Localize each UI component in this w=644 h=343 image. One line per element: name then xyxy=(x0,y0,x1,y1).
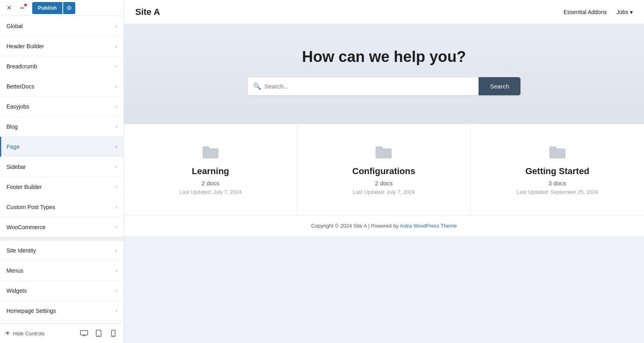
sidebar-item-label: Blog xyxy=(6,123,18,130)
sidebar-nav: Global › Header Builder › Breadcrumb › B… xyxy=(0,16,124,323)
sidebar-item-label: Breadcrumb xyxy=(6,63,37,70)
sidebar-item-header-builder[interactable]: Header Builder › xyxy=(0,36,124,56)
card-title: Learning xyxy=(192,166,229,177)
jobs-dropdown[interactable]: Jobs ▾ xyxy=(616,9,633,15)
sidebar: ✕ ✏ Publish ⚙ Global › Header Builder › … xyxy=(0,0,124,343)
tablet-icon xyxy=(96,330,101,337)
main-content: Site A Essential Addons Jobs ▾ How can w… xyxy=(124,0,644,343)
sidebar-item-homepage-settings[interactable]: Homepage Settings › xyxy=(0,301,124,321)
sidebar-item-page[interactable]: Page › xyxy=(0,137,124,157)
sidebar-item-label: Site Identity xyxy=(6,247,36,254)
view-buttons xyxy=(78,328,119,339)
sidebar-item-blog[interactable]: Blog › xyxy=(0,117,124,137)
essential-addons-link[interactable]: Essential Addons xyxy=(564,9,607,15)
chevron-right-icon: › xyxy=(116,144,117,150)
chevron-right-icon: › xyxy=(116,43,117,49)
search-input[interactable] xyxy=(264,77,473,95)
sidebar-item-menus[interactable]: Menus › xyxy=(0,261,124,281)
card-updated: Last Updated: September 25, 2024 xyxy=(516,189,598,195)
hide-controls-label: Hide Controls xyxy=(13,331,45,337)
page-footer: Copyright © 2024 Site A | Powered by Ast… xyxy=(124,215,644,236)
desktop-view-button[interactable] xyxy=(78,328,90,339)
card-title: Configurations xyxy=(352,166,415,177)
chevron-right-icon: › xyxy=(116,267,117,273)
card-docs: 2 docs xyxy=(202,180,219,187)
svg-rect-0 xyxy=(80,331,88,335)
desktop-icon xyxy=(80,330,88,337)
sidebar-item-label: Homepage Settings xyxy=(6,308,56,314)
sidebar-item-easyjobs[interactable]: Easyjobs › xyxy=(0,97,124,117)
chevron-right-icon: › xyxy=(116,224,117,230)
sidebar-item-label: BetterDocs xyxy=(6,83,34,90)
mobile-view-button[interactable] xyxy=(107,328,119,339)
sidebar-item-footer-builder[interactable]: Footer Builder › xyxy=(0,177,124,197)
sidebar-item-sidebar[interactable]: Sidebar › xyxy=(0,157,124,177)
chevron-right-icon: › xyxy=(116,164,117,170)
chevron-right-icon: › xyxy=(116,103,117,109)
close-button[interactable]: ✕ xyxy=(3,2,14,14)
sidebar-topbar: ✕ ✏ Publish ⚙ xyxy=(0,0,124,16)
chevron-right-icon: › xyxy=(116,63,117,69)
sidebar-item-label: Page xyxy=(6,144,20,150)
hide-controls-button[interactable]: 👁 Hide Controls xyxy=(5,330,45,337)
settings-button[interactable]: ⚙ xyxy=(63,2,75,14)
sidebar-item-label: Header Builder xyxy=(6,43,44,49)
cards-grid: Learning 2 docs Last Updated: July 7, 20… xyxy=(124,124,644,215)
page-area: How can we help you? 🔍 Search Learning 2 xyxy=(124,24,644,343)
sidebar-item-label: Footer Builder xyxy=(6,184,42,190)
top-nav: Site A Essential Addons Jobs ▾ xyxy=(124,0,644,24)
card-getting-started[interactable]: Getting Started 3 docs Last Updated: Sep… xyxy=(471,124,644,215)
card-docs: 2 docs xyxy=(375,180,392,187)
chevron-right-icon: › xyxy=(116,204,117,210)
chevron-right-icon: › xyxy=(116,184,117,190)
search-bar: 🔍 Search xyxy=(247,77,521,96)
site-title: Site A xyxy=(135,7,160,17)
search-button[interactable]: Search xyxy=(479,77,520,95)
close-icon: ✕ xyxy=(6,4,12,12)
folder-icon xyxy=(202,144,219,160)
publish-group: Publish ⚙ xyxy=(32,2,75,14)
card-learning[interactable]: Learning 2 docs Last Updated: July 7, 20… xyxy=(124,124,297,215)
card-updated: Last Updated: July 7, 2024 xyxy=(353,189,415,195)
chevron-right-icon: › xyxy=(116,83,117,89)
card-docs: 3 docs xyxy=(549,180,566,187)
chevron-right-icon: › xyxy=(116,288,117,294)
publish-button[interactable]: Publish xyxy=(32,2,62,14)
sidebar-item-label: Menus xyxy=(6,267,23,274)
chevron-right-icon: › xyxy=(116,23,117,29)
sidebar-item-label: Global xyxy=(6,23,23,29)
sidebar-item-site-identity[interactable]: Site Identity › xyxy=(0,240,124,261)
card-title: Getting Started xyxy=(525,166,589,177)
settings-icon: ⚙ xyxy=(66,4,72,12)
footer-text: Copyright © 2024 Site A | Powered by xyxy=(311,223,400,229)
sidebar-item-label: Widgets xyxy=(6,288,27,294)
search-icon: 🔍 xyxy=(253,82,261,90)
sidebar-item-custom-post-types[interactable]: Custom Post Types › xyxy=(0,197,124,217)
chevron-right-icon: › xyxy=(116,247,117,253)
card-updated: Last Updated: July 7, 2024 xyxy=(179,189,242,195)
sidebar-item-label: Easyjobs xyxy=(6,103,29,110)
sidebar-item-widgets[interactable]: Widgets › xyxy=(0,281,124,301)
folder-icon xyxy=(549,144,566,160)
sidebar-item-global[interactable]: Global › xyxy=(0,16,124,36)
mobile-icon xyxy=(111,330,116,337)
sidebar-divider xyxy=(0,237,124,240)
folder-icon xyxy=(375,144,392,160)
hero-title: How can we help you? xyxy=(302,48,466,66)
search-input-wrap: 🔍 xyxy=(248,77,479,95)
sidebar-item-breadcrumb[interactable]: Breadcrumb › xyxy=(0,56,124,76)
chevron-right-icon: › xyxy=(116,308,117,314)
notification-dot xyxy=(24,4,27,6)
chevron-right-icon: › xyxy=(116,123,117,129)
card-configurations[interactable]: Configurations 2 docs Last Updated: July… xyxy=(297,124,471,215)
sidebar-item-betterdocs[interactable]: BetterDocs › xyxy=(0,76,124,97)
footer-link[interactable]: Astra WordPress Theme xyxy=(400,223,457,229)
sidebar-bottom: 👁 Hide Controls xyxy=(0,323,124,343)
sidebar-item-label: Custom Post Types xyxy=(6,204,55,210)
sidebar-item-woocommerce[interactable]: WooCommerce › xyxy=(0,217,124,237)
jobs-arrow-icon: ▾ xyxy=(630,9,633,15)
hero-section: How can we help you? 🔍 Search xyxy=(124,24,644,124)
tablet-view-button[interactable] xyxy=(93,328,104,339)
jobs-label: Jobs xyxy=(616,9,628,15)
pen-button[interactable]: ✏ xyxy=(17,2,28,14)
